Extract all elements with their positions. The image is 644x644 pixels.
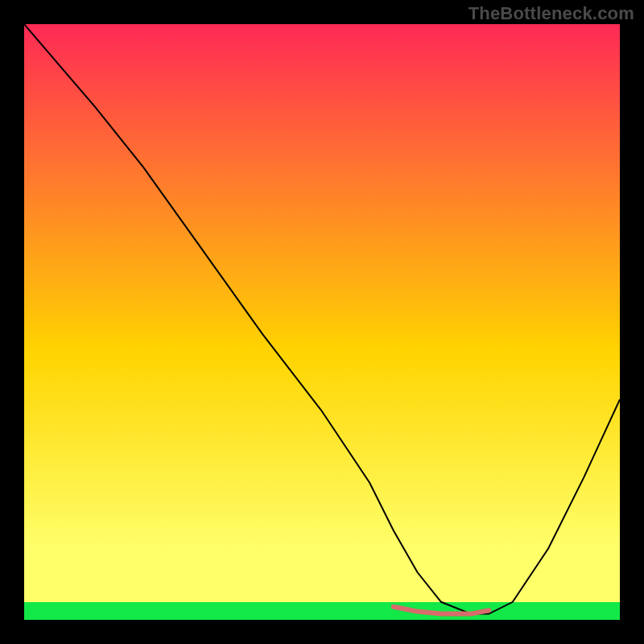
plot-gradient-background <box>24 24 620 620</box>
plot-bottom-band <box>24 602 620 620</box>
bottleneck-chart <box>24 24 620 620</box>
chart-frame: TheBottleneck.com <box>0 0 644 644</box>
watermark-text: TheBottleneck.com <box>469 3 634 24</box>
